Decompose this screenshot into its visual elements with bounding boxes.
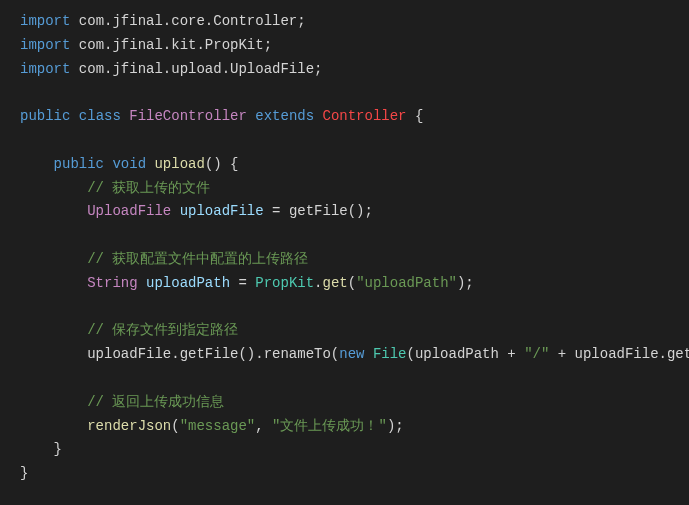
keyword-import: import [20,61,70,77]
comment: // 返回上传成功信息 [87,394,224,410]
type-name: String [87,275,137,291]
expression-tail: + uploadFile.getFileNa [549,346,689,362]
string-literal: "文件上传成功！" [272,418,387,434]
string-literal: "uploadPath" [356,275,457,291]
variable-name: uploadPath [146,275,230,291]
string-literal: "/" [524,346,549,362]
indent [20,418,87,434]
keyword-extends: extends [255,108,314,124]
string-literal: "message" [180,418,256,434]
paren-open: ( [171,418,179,434]
package-path: com.jfinal.upload.UploadFile; [79,61,323,77]
indent [20,394,87,410]
class-name: FileController [129,108,247,124]
code-line-2: import com.jfinal.kit.PropKit; [20,34,669,58]
keyword-new: new [339,346,364,362]
code-line-11: // 获取配置文件中配置的上传路径 [20,248,669,272]
package-path: com.jfinal.kit.PropKit; [79,37,272,53]
code-line-14: // 保存文件到指定路径 [20,319,669,343]
paren-expr: (uploadPath + [407,346,525,362]
comment: // 保存文件到指定路径 [87,322,238,338]
method-name: upload [154,156,204,172]
space [364,346,372,362]
code-line-18: renderJson("message", "文件上传成功！"); [20,415,669,439]
indent [20,180,87,196]
keyword-import: import [20,13,70,29]
comment: // 获取配置文件中配置的上传路径 [87,251,308,267]
keyword-import: import [20,37,70,53]
keyword-void: void [112,156,146,172]
code-line-15: uploadFile.getFile().renameTo(new File(u… [20,343,669,367]
class-ref: File [373,346,407,362]
expression: uploadFile.getFile().renameTo( [87,346,339,362]
indent [20,251,87,267]
indent [20,322,87,338]
code-line-19: } [20,438,669,462]
blank-line [20,296,669,320]
code-line-5: public class FileController extends Cont… [20,105,669,129]
indent [20,156,54,172]
brace: { [407,108,424,124]
code-line-20: } [20,462,669,486]
comment: // 获取上传的文件 [87,180,210,196]
keyword-class: class [79,108,121,124]
indent [20,441,54,457]
code-line-8: // 获取上传的文件 [20,177,669,201]
indent [20,275,87,291]
code-line-12: String uploadPath = PropKit.get("uploadP… [20,272,669,296]
equals: = [264,203,289,219]
package-path: com.jfinal.core.Controller; [79,13,306,29]
comma: , [255,418,272,434]
blank-line [20,81,669,105]
class-ref: PropKit [255,275,314,291]
call: getFile(); [289,203,373,219]
indent [20,346,87,362]
equals: = [230,275,255,291]
dot: . [314,275,322,291]
paren-open: ( [348,275,356,291]
paren-close: ); [387,418,404,434]
code-line-9: UploadFile uploadFile = getFile(); [20,200,669,224]
blank-line [20,367,669,391]
brace: } [20,465,28,481]
indent [20,203,87,219]
superclass-name: Controller [323,108,407,124]
blank-line [20,224,669,248]
code-editor: import com.jfinal.core.Controller; impor… [20,10,669,486]
code-line-17: // 返回上传成功信息 [20,391,669,415]
method-call: renderJson [87,418,171,434]
variable-name: uploadFile [180,203,264,219]
method-call: get [323,275,348,291]
code-line-3: import com.jfinal.upload.UploadFile; [20,58,669,82]
paren-close: ); [457,275,474,291]
type-name: UploadFile [87,203,171,219]
code-line-1: import com.jfinal.core.Controller; [20,10,669,34]
brace: } [54,441,62,457]
keyword-public: public [54,156,104,172]
code-line-7: public void upload() { [20,153,669,177]
keyword-public: public [20,108,70,124]
params: () { [205,156,239,172]
blank-line [20,129,669,153]
